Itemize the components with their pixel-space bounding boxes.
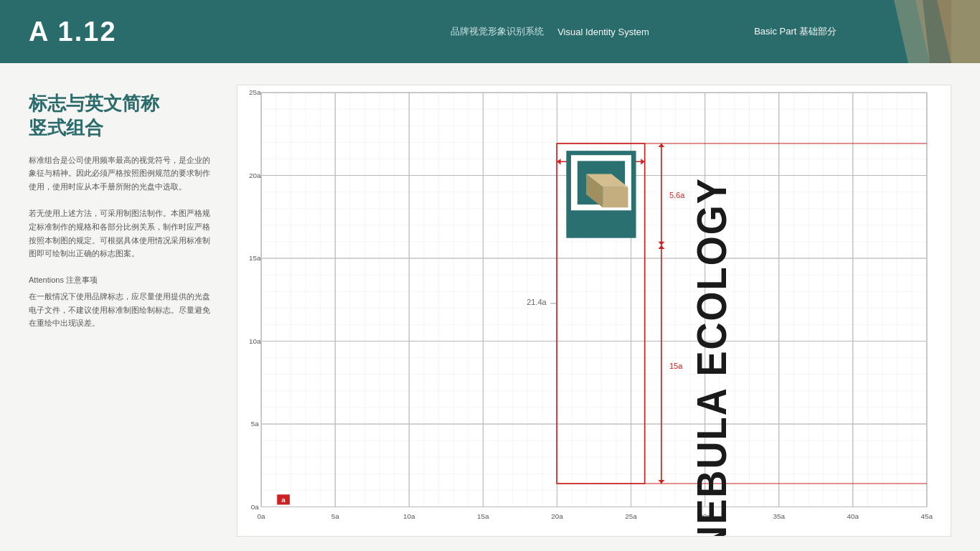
svg-text:25a: 25a [625,512,637,520]
sidebar: 标志与英文简称竖式组合 标准组合是公司使用频率最高的视觉符号，是企业的象征与精神… [29,85,215,537]
svg-text:15a: 15a [477,512,489,520]
svg-text:10a: 10a [249,337,261,345]
svg-text:35a: 35a [773,512,785,520]
grid-area: 5.5a 5.6a 15a 21.4a a 0 [237,85,951,537]
svg-text:25a: 25a [249,89,261,97]
svg-text:a: a [281,496,286,504]
header-center: 品牌视觉形象识别系统 Visual Identity System [451,25,649,38]
svg-text:20a: 20a [249,171,261,179]
svg-text:0a: 0a [258,512,266,520]
sidebar-title: 标志与英文简称竖式组合 [29,92,215,141]
header: A 1.12 品牌视觉形象识别系统 Visual Identity System… [0,0,980,63]
sidebar-attention-title: Attentions 注意事项 [29,275,215,286]
page-number: A 1.12 [29,17,117,47]
header-right-text: Basic Part 基础部分 [754,25,837,38]
header-separator [550,27,552,37]
header-decoration [894,0,980,63]
header-cn-title: 品牌视觉形象识别系统 [451,25,544,38]
svg-text:20a: 20a [551,512,563,520]
sidebar-attention-body: 在一般情况下使用品牌标志，应尽量使用提供的光盘电子文件，不建议使用标准制图绘制标… [29,290,215,330]
svg-text:45a: 45a [921,512,933,520]
svg-marker-127 [603,187,628,207]
grid-svg: 5.5a 5.6a 15a 21.4a a 0 [237,85,951,536]
svg-text:21.4a: 21.4a [527,298,547,306]
svg-text:10a: 10a [403,512,415,520]
header-en-title: Visual Identity System [557,27,649,37]
svg-text:15a: 15a [669,362,683,369]
svg-text:0a: 0a [251,503,260,511]
svg-text:5a: 5a [251,420,260,428]
svg-text:5.6a: 5.6a [669,191,685,199]
svg-text:5a: 5a [331,512,340,520]
svg-text:15a: 15a [249,255,261,263]
main-content: 标志与英文简称竖式组合 标准组合是公司使用频率最高的视觉符号，是企业的象征与精神… [0,63,980,551]
svg-text:40a: 40a [847,512,859,520]
sidebar-description: 标准组合是公司使用频率最高的视觉符号，是企业的象征与精神。因此必须严格按照图例规… [29,154,215,261]
svg-text:NEBULA ECOLOGY: NEBULA ECOLOGY [689,177,735,536]
